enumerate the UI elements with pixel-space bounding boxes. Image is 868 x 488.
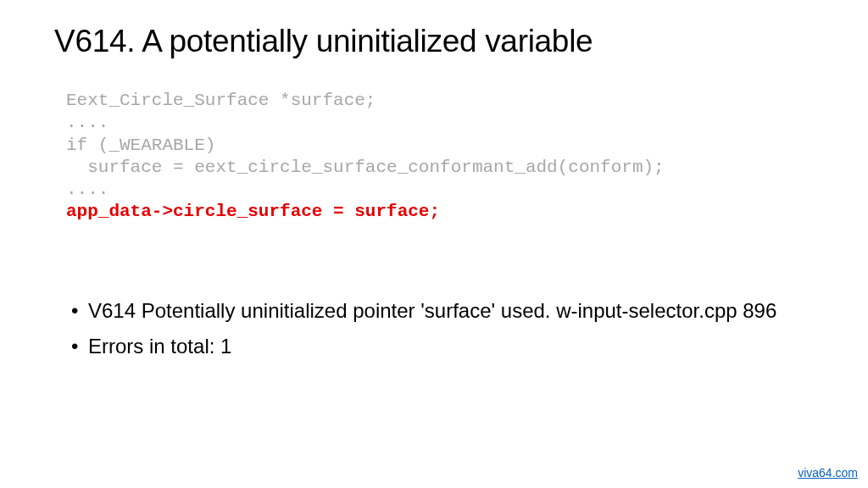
bullet-list: V614 Potentially uninitialized pointer '… <box>54 298 814 360</box>
bullet-item: Errors in total: 1 <box>76 334 814 360</box>
slide: V614. A potentially uninitialized variab… <box>0 0 868 488</box>
code-line: Eext_Circle_Surface *surface; <box>66 90 814 112</box>
code-line: .... <box>66 112 814 134</box>
code-line: surface = eext_circle_surface_conformant… <box>66 157 814 179</box>
footer-link[interactable]: viva64.com <box>798 466 858 480</box>
code-line: .... <box>66 179 814 201</box>
slide-title: V614. A potentially uninitialized variab… <box>54 24 814 59</box>
code-line: if (_WEARABLE) <box>66 135 814 157</box>
bullet-item: V614 Potentially uninitialized pointer '… <box>76 298 814 324</box>
code-line-highlighted: app_data->circle_surface = surface; <box>66 201 814 223</box>
code-block: Eext_Circle_Surface *surface; .... if (_… <box>54 90 814 224</box>
